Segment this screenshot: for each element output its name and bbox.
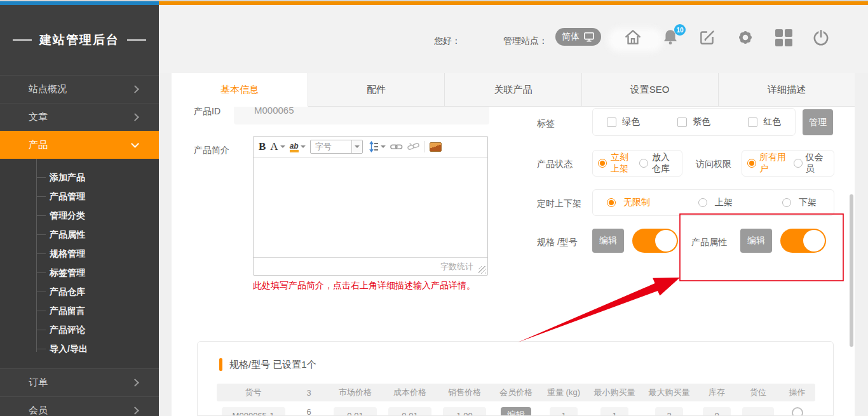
tag-label: 红色	[763, 116, 781, 128]
row-action-icon[interactable]	[792, 407, 803, 416]
font-color-glyph: A	[270, 140, 278, 153]
access-box: 所有用户 仅会员	[742, 150, 834, 177]
attr-edit-button[interactable]: 编辑	[740, 229, 772, 253]
language-button[interactable]: 简体	[555, 28, 601, 46]
checkbox-icon[interactable]	[748, 117, 757, 127]
submenu-item-product-messages[interactable]: 产品留言	[0, 301, 159, 320]
submenu-item-tag-management[interactable]: 标签管理	[0, 263, 159, 282]
sidebar-item-products[interactable]: 产品	[0, 131, 159, 159]
vertical-scrollbar[interactable]	[850, 194, 853, 347]
resize-grip[interactable]	[478, 266, 486, 274]
col-header-member-price: 会员价格	[492, 387, 540, 398]
weight-field[interactable]: 1	[550, 407, 578, 416]
sale-price-field[interactable]: 1.00	[443, 407, 486, 416]
submenu-item-product-management[interactable]: 产品管理	[0, 187, 159, 206]
col-header-spec: 3	[290, 388, 328, 398]
sidebar-item-label: 产品	[29, 139, 48, 151]
attr-toggle-on[interactable]	[780, 229, 826, 253]
tab-accessories[interactable]: 配件	[308, 73, 445, 107]
radio-icon-selected[interactable]	[598, 159, 607, 168]
radio-icon-selected[interactable]	[607, 198, 616, 207]
tab-detailed-description[interactable]: 详细描述	[719, 73, 855, 107]
col-header-market-price: 市场价格	[328, 387, 383, 398]
submenu-item-product-warehouse[interactable]: 产品仓库	[0, 282, 159, 301]
col-header-min-qty: 最小购买量	[587, 387, 642, 398]
spec-edit-button[interactable]: 编辑	[592, 229, 624, 253]
radio-icon[interactable]	[794, 159, 803, 168]
access-option-label[interactable]: 所有用户	[759, 152, 790, 175]
sidebar: 建站管理后台 站点概况 文章 产品 添加产品 产品管理 管理分类 产品属性 规格…	[0, 5, 159, 416]
checkbox-icon[interactable]	[677, 117, 687, 127]
cost-price-field[interactable]: 0.01	[388, 407, 431, 416]
edit-button[interactable]	[698, 28, 717, 47]
tag-option-purple[interactable]: 紫色	[677, 116, 710, 128]
tab-basic-info[interactable]: 基本信息	[172, 73, 308, 107]
member-price-edit-button[interactable]: 编辑	[501, 407, 531, 416]
caret-down-icon	[381, 145, 386, 148]
settings-button[interactable]	[736, 28, 755, 47]
manage-site-label: 管理站点：	[503, 36, 548, 47]
status-option-label[interactable]: 放入仓库	[652, 152, 677, 175]
logout-button[interactable]	[811, 28, 831, 47]
sidebar-item-articles[interactable]: 文章	[0, 103, 159, 131]
font-size-select[interactable]: 字号	[310, 140, 363, 154]
radio-icon[interactable]	[782, 198, 791, 207]
unlink-icon[interactable]	[407, 141, 420, 152]
tag-option-green[interactable]: 绿色	[607, 116, 640, 128]
caret-down-icon	[355, 145, 360, 148]
submenu-item-category-management[interactable]: 管理分类	[0, 206, 159, 225]
sidebar-item-members[interactable]: 会员	[0, 396, 159, 416]
chevron-right-icon	[131, 85, 139, 93]
col-header-location: 货位	[737, 387, 779, 398]
tag-option-red[interactable]: 红色	[748, 116, 781, 128]
schedule-option-label[interactable]: 无限制	[623, 197, 650, 208]
font-color-button[interactable]: A	[270, 140, 285, 153]
apps-button[interactable]	[774, 28, 793, 47]
access-option-label[interactable]: 仅会员	[806, 152, 829, 175]
submenu-item-import-export[interactable]: 导入/导出	[0, 339, 159, 358]
location-field[interactable]	[742, 407, 774, 416]
submenu-item-product-attributes[interactable]: 产品属性	[0, 225, 159, 244]
sku-field[interactable]: M000065-1	[222, 407, 285, 416]
tab-seo-settings[interactable]: 设置SEO	[582, 73, 719, 107]
manage-tags-button[interactable]: 管理	[803, 109, 833, 135]
bold-button[interactable]: B	[259, 140, 266, 153]
sidebar-item-site-overview[interactable]: 站点概况	[0, 75, 159, 103]
submenu-item-spec-management[interactable]: 规格管理	[0, 244, 159, 263]
stock-field[interactable]: 0	[703, 407, 731, 416]
schedule-option-label[interactable]: 下架	[799, 197, 817, 208]
col-header-weight: 重量 (kg)	[540, 387, 587, 398]
insert-image-button[interactable]	[430, 142, 442, 152]
submenu-item-product-reviews[interactable]: 产品评论	[0, 320, 159, 339]
market-price-field[interactable]: 0.01	[334, 407, 377, 416]
radio-icon-selected[interactable]	[747, 159, 756, 168]
sidebar-item-orders[interactable]: 订单	[0, 368, 159, 396]
access-label: 访问权限	[696, 159, 731, 170]
line-height-button[interactable]	[367, 141, 386, 152]
col-header-actions: 操作	[779, 387, 815, 398]
notifications-button[interactable]: 10	[661, 28, 681, 47]
spec-toggle-on[interactable]	[632, 229, 678, 253]
sidebar-item-label: 文章	[29, 111, 48, 123]
home-button[interactable]	[623, 28, 642, 47]
sidebar-item-label: 订单	[29, 377, 48, 389]
highlight-button[interactable]: ab	[290, 142, 306, 152]
col-header-max-qty: 最大购买量	[642, 387, 696, 398]
link-icon[interactable]	[390, 142, 403, 152]
spec-section-title: 规格/型号 已设置1个	[229, 359, 316, 371]
submenu-item-add-product[interactable]: 添加产品	[0, 168, 159, 187]
radio-icon[interactable]	[698, 198, 707, 207]
home-icon	[623, 28, 642, 47]
max-qty-field[interactable]: 2	[655, 407, 683, 416]
line-height-icon	[367, 141, 379, 152]
editor-text-area[interactable]	[254, 158, 487, 257]
min-qty-field[interactable]: 1	[600, 407, 628, 416]
schedule-option-label[interactable]: 上架	[715, 197, 733, 208]
tab-related-products[interactable]: 关联产品	[445, 73, 581, 107]
spec-section-header: 规格/型号 已设置1个	[219, 358, 316, 371]
status-option-label[interactable]: 立刻上架	[611, 152, 635, 175]
caret-down-icon	[301, 145, 306, 148]
edit-pencil-icon	[698, 28, 716, 46]
radio-icon[interactable]	[639, 159, 648, 168]
checkbox-icon[interactable]	[607, 117, 616, 127]
